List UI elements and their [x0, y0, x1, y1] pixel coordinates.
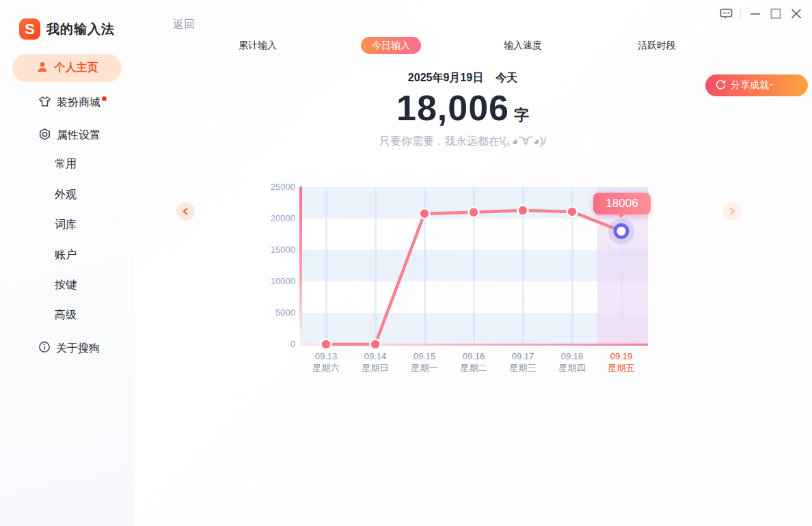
- gear-icon: [38, 128, 51, 143]
- y-axis-tick: 25000: [258, 182, 295, 192]
- selected-data-point: [615, 225, 627, 237]
- chart-next-button[interactable]: [723, 202, 742, 221]
- count-row: 18,006字: [135, 87, 791, 128]
- share-achievement-button[interactable]: 分享成就~: [705, 74, 808, 96]
- x-tick-weekday: 星期五: [597, 362, 646, 374]
- y-axis-tick: 5000: [258, 307, 295, 318]
- chart-prev-button[interactable]: [176, 202, 195, 221]
- sidebar-subitem-common[interactable]: 常用: [55, 157, 77, 171]
- data-point: [321, 340, 331, 350]
- x-tick-date: 09.19: [597, 350, 646, 362]
- sidebar-item-label: 关于搜狗: [56, 342, 100, 356]
- sidebar-subitem-advanced[interactable]: 高级: [55, 308, 77, 322]
- data-point: [518, 206, 528, 216]
- data-point: [567, 206, 578, 217]
- tab-total-input[interactable]: 累计输入: [239, 40, 277, 52]
- window-controls-divider: [740, 8, 741, 20]
- maximize-button[interactable]: [766, 5, 786, 22]
- chevron-left-icon: [182, 206, 189, 218]
- date-label: 2025年9月19日: [408, 72, 483, 83]
- x-tick-date: 09.15: [400, 350, 449, 362]
- sidebar: S 我的输入法 个人主页 装扮商城: [0, 0, 135, 526]
- close-button[interactable]: [786, 5, 807, 22]
- sogou-logo-icon: S: [19, 18, 40, 40]
- notification-dot: [102, 96, 107, 101]
- sidebar-item-profile[interactable]: 个人主页: [12, 54, 122, 82]
- x-tick-date: 09.16: [449, 350, 498, 362]
- y-axis-tick: 15000: [258, 245, 295, 255]
- sidebar-subitem-account[interactable]: 账户: [55, 248, 77, 262]
- app-title: 我的输入法: [46, 20, 115, 38]
- today-tag: 今天: [496, 72, 517, 83]
- y-axis-tick: 10000: [258, 276, 295, 286]
- tab-active-hours[interactable]: 活跃时段: [638, 40, 676, 52]
- chart-line: [326, 210, 621, 344]
- data-point: [420, 208, 430, 219]
- window-controls: [716, 5, 807, 22]
- y-axis-tick: 0: [258, 339, 295, 349]
- date-row: 2025年9月19日今天: [135, 71, 791, 85]
- x-tick-date: 09.13: [301, 350, 351, 362]
- feedback-icon[interactable]: [716, 5, 736, 22]
- y-axis-labels: 0500010000150002000025000: [258, 187, 295, 344]
- x-tick-date: 09.18: [547, 350, 597, 362]
- x-tick-weekday: 星期四: [547, 362, 597, 374]
- sidebar-subitem-keys[interactable]: 按键: [55, 278, 77, 292]
- chart-tooltip: 18006: [593, 193, 651, 214]
- sidebar-subitem-dictionary[interactable]: 词库: [55, 218, 77, 232]
- tab-input-speed[interactable]: 输入速度: [504, 40, 542, 52]
- x-tick-weekday: 星期三: [498, 362, 547, 374]
- sidebar-item-about[interactable]: 关于搜狗: [38, 341, 100, 356]
- x-tick-weekday: 星期六: [301, 362, 351, 374]
- x-tick-weekday: 星期二: [449, 362, 498, 374]
- share-label: 分享成就~: [731, 79, 774, 92]
- x-axis-tick[interactable]: 09.16星期二: [449, 350, 498, 374]
- sidebar-item-label: 个人主页: [55, 61, 98, 75]
- info-icon: [38, 341, 51, 356]
- subtitle-text: 只要你需要，我永远都在\(｡◕ˇ∀ˇ◕)/: [135, 135, 791, 149]
- tab-today-input[interactable]: 今日输入: [361, 37, 421, 54]
- tshirt-icon: [38, 95, 51, 111]
- y-axis-tick: 20000: [258, 213, 295, 223]
- char-count: 18,006: [396, 88, 509, 128]
- sidebar-item-label: 装扮商城: [57, 96, 100, 110]
- x-axis-tick[interactable]: 09.17星期三: [498, 350, 547, 374]
- data-point: [469, 207, 479, 217]
- sidebar-subitem-appearance[interactable]: 外观: [55, 188, 77, 202]
- back-button[interactable]: 返回: [173, 18, 195, 32]
- tooltip-value: 18006: [606, 197, 638, 210]
- x-axis-tick[interactable]: 09.19星期五: [597, 350, 646, 374]
- sidebar-item-shop[interactable]: 装扮商城: [38, 95, 107, 111]
- char-count-unit: 字: [514, 107, 529, 124]
- sidebar-item-settings[interactable]: 属性设置: [38, 128, 100, 143]
- person-icon: [36, 61, 49, 76]
- x-axis-tick[interactable]: 09.15星期一: [400, 350, 449, 374]
- x-tick-weekday: 星期日: [351, 362, 400, 374]
- x-axis-labels: 09.13星期六09.14星期日09.15星期一09.16星期二09.17星期三…: [301, 350, 646, 374]
- x-axis-tick[interactable]: 09.13星期六: [301, 350, 351, 374]
- app-window: S 我的输入法 个人主页 装扮商城: [0, 0, 812, 526]
- app-logo-row: S 我的输入法: [19, 18, 115, 40]
- x-tick-weekday: 星期一: [400, 362, 449, 374]
- data-point: [370, 340, 381, 350]
- x-tick-date: 09.17: [498, 350, 547, 362]
- minimize-button[interactable]: [745, 5, 766, 22]
- x-axis-tick[interactable]: 09.18星期四: [547, 350, 597, 374]
- chevron-right-icon: [729, 206, 736, 218]
- x-tick-date: 09.14: [351, 350, 400, 362]
- sidebar-item-label: 属性设置: [57, 128, 100, 143]
- share-icon: [715, 79, 727, 93]
- x-axis-tick[interactable]: 09.14星期日: [351, 350, 400, 374]
